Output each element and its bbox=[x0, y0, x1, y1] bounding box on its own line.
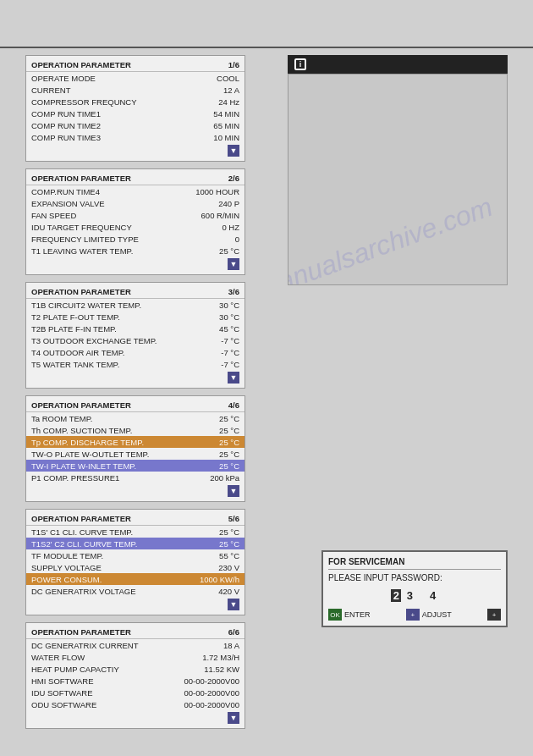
param-row: T4 OUTDOOR AIR TEMP. -7 °C bbox=[26, 346, 245, 358]
param-label: HMI SOFTWARE bbox=[31, 676, 184, 686]
password-digit-0[interactable]: 2 bbox=[391, 589, 401, 602]
param-row: Th COMP. SUCTION TEMP. 25 °C bbox=[26, 424, 245, 436]
param-row: TF MODULE TEMP. 55 °C bbox=[26, 549, 245, 561]
param-block-2: OPERATION PARAMETER 2/6 COMP.RUN TIME4 1… bbox=[25, 168, 245, 275]
param-label: POWER CONSUM. bbox=[31, 575, 189, 584]
param-header-page-1: 1/6 bbox=[228, 60, 239, 69]
enter-label: ENTER bbox=[344, 610, 371, 619]
param-value: 25 °C bbox=[189, 450, 239, 459]
param-value: 00-00-2000V00 bbox=[184, 688, 240, 698]
param-value: 45 °C bbox=[189, 324, 239, 334]
param-value: 1000 KW/h bbox=[189, 575, 239, 584]
param-row: TW-O PLATE W-OUTLET TEMP. 25 °C bbox=[26, 448, 245, 460]
param-value: 55 °C bbox=[189, 551, 239, 560]
param-value: 25 °C bbox=[189, 461, 239, 471]
param-row: T1 LEAVING WATER TEMP. 25 °C bbox=[26, 245, 245, 257]
param-row: COMP.RUN TIME4 1000 HOUR bbox=[26, 185, 245, 197]
block-footer-5: ▼ bbox=[26, 597, 245, 612]
param-label: T1S' C1 CLI. CURVE TEMP. bbox=[31, 527, 189, 537]
info-icon: i bbox=[294, 58, 306, 70]
param-label: T1 LEAVING WATER TEMP. bbox=[31, 246, 189, 256]
param-header-page-2: 2/6 bbox=[228, 174, 239, 183]
param-block-5: OPERATION PARAMETER 5/6 T1S' C1 CLI. CUR… bbox=[25, 509, 245, 615]
param-header-2: OPERATION PARAMETER 2/6 bbox=[26, 172, 245, 185]
adjust-btn-group: + ADJUST bbox=[406, 609, 452, 621]
param-value: 25 °C bbox=[189, 246, 239, 256]
param-row: HEAT PUMP CAPACTIY 11.52 KW bbox=[26, 663, 245, 675]
nav-down-btn-4[interactable]: ▼ bbox=[228, 485, 239, 497]
param-row: T1B CIRCUIT2 WATER TEMP. 30 °C bbox=[26, 299, 245, 311]
password-digit-2[interactable]: 4 bbox=[428, 589, 438, 602]
param-label: IDU SOFTWARE bbox=[31, 688, 184, 698]
param-value: 12 A bbox=[189, 86, 239, 95]
param-row: COMP RUN TIME1 54 MIN bbox=[26, 108, 245, 119]
enter-button[interactable]: OK bbox=[328, 609, 342, 621]
param-value: 65 MIN bbox=[189, 121, 239, 130]
param-label: T2 PLATE F-OUT TEMP. bbox=[31, 312, 189, 322]
param-row: IDU SOFTWARE 00-00-2000V00 bbox=[26, 687, 245, 698]
param-row: FAN SPEED 600 R/MIN bbox=[26, 209, 245, 221]
nav-down-btn-2[interactable]: ▼ bbox=[228, 258, 239, 270]
param-row: T3 OUTDOOR EXCHANGE TEMP. -7 °C bbox=[26, 334, 245, 346]
param-header-3: OPERATION PARAMETER 3/6 bbox=[26, 285, 245, 299]
param-value: 00-00-2000V00 bbox=[184, 700, 240, 709]
param-label: COMPRESSOR FREQUNCY bbox=[31, 97, 189, 107]
param-block-1: OPERATION PARAMETER 1/6 OPERATE MODE COO… bbox=[25, 55, 245, 162]
param-label: Ta ROOM TEMP. bbox=[31, 414, 189, 423]
adjust-label: ADJUST bbox=[422, 610, 452, 619]
param-row: T2B PLATE F-IN TEMP. 45 °C bbox=[26, 323, 245, 334]
block-footer-3: ▼ bbox=[26, 370, 245, 385]
param-label: T4 OUTDOOR AIR TEMP. bbox=[31, 348, 189, 357]
dialog-footer: OK ENTER + ADJUST + bbox=[328, 609, 501, 621]
password-digit-1[interactable]: 3 bbox=[404, 589, 415, 602]
password-input-area: 2 3 4 bbox=[328, 589, 501, 602]
param-row: COMP RUN TIME3 10 MIN bbox=[26, 131, 245, 143]
adjust-button[interactable]: + bbox=[406, 609, 420, 621]
param-value: COOL bbox=[189, 74, 239, 83]
param-header-page-5: 5/6 bbox=[228, 514, 239, 523]
param-label: COMP RUN TIME2 bbox=[31, 121, 189, 130]
param-header-title-1: OPERATION PARAMETER bbox=[31, 60, 131, 69]
param-header-page-4: 4/6 bbox=[228, 400, 239, 410]
param-value: -7 °C bbox=[189, 360, 239, 369]
param-label: SUPPLY VOLTAGE bbox=[31, 563, 189, 572]
param-header-title-2: OPERATION PARAMETER bbox=[31, 174, 131, 183]
dialog-prompt: PLEASE INPUT PASSWORD: bbox=[328, 573, 501, 582]
param-label: ODU SOFTWARE bbox=[31, 700, 184, 709]
param-row: DC GENERATRIX VOLTAGE 420 V bbox=[26, 585, 245, 597]
top-divider bbox=[0, 47, 533, 48]
param-row: OPERATE MODE COOL bbox=[26, 72, 245, 84]
param-value: 30 °C bbox=[189, 301, 239, 310]
plus-button[interactable]: + bbox=[487, 609, 501, 621]
param-block-4: OPERATION PARAMETER 4/6 Ta ROOM TEMP. 25… bbox=[25, 395, 245, 502]
block-footer-2: ▼ bbox=[26, 257, 245, 272]
param-label: T1S2' C2 CLI. CURVE TEMP. bbox=[31, 539, 189, 549]
param-label: P1 COMP. PRESSURE1 bbox=[31, 473, 189, 483]
param-row: T1S' C1 CLI. CURVE TEMP. 25 °C bbox=[26, 526, 245, 538]
nav-down-btn-6[interactable]: ▼ bbox=[228, 712, 239, 724]
param-value: 600 R/MIN bbox=[189, 211, 239, 220]
param-label: Th COMP. SUCTION TEMP. bbox=[31, 426, 189, 435]
page-container: OPERATION PARAMETER 1/6 OPERATE MODE COO… bbox=[0, 0, 533, 756]
param-row: ODU SOFTWARE 00-00-2000V00 bbox=[26, 698, 245, 710]
param-value: 230 V bbox=[189, 563, 239, 572]
param-value: 18 A bbox=[189, 641, 239, 650]
param-label: FAN SPEED bbox=[31, 211, 189, 220]
block-footer-6: ▼ bbox=[26, 710, 245, 726]
param-label: T2B PLATE F-IN TEMP. bbox=[31, 324, 189, 334]
param-label: OPERATE MODE bbox=[31, 74, 189, 83]
param-label: EXPANSION VALVE bbox=[31, 199, 189, 208]
param-value: 240 P bbox=[189, 199, 239, 208]
param-row: HMI SOFTWARE 00-00-2000V00 bbox=[26, 675, 245, 687]
nav-down-btn-5[interactable]: ▼ bbox=[228, 599, 239, 610]
param-value: 25 °C bbox=[189, 426, 239, 435]
param-value: -7 °C bbox=[189, 336, 239, 345]
param-label: DC GENERATRIX CURRENT bbox=[31, 641, 189, 650]
param-label: FREQUENCY LIMITED TYPE bbox=[31, 235, 189, 244]
enter-btn-group: OK ENTER bbox=[328, 609, 371, 621]
block-footer-4: ▼ bbox=[26, 483, 245, 499]
param-row: FREQUENCY LIMITED TYPE 0 bbox=[26, 233, 245, 245]
nav-down-btn-1[interactable]: ▼ bbox=[228, 145, 239, 157]
param-header-page-6: 6/6 bbox=[228, 627, 239, 637]
nav-down-btn-3[interactable]: ▼ bbox=[228, 372, 239, 384]
